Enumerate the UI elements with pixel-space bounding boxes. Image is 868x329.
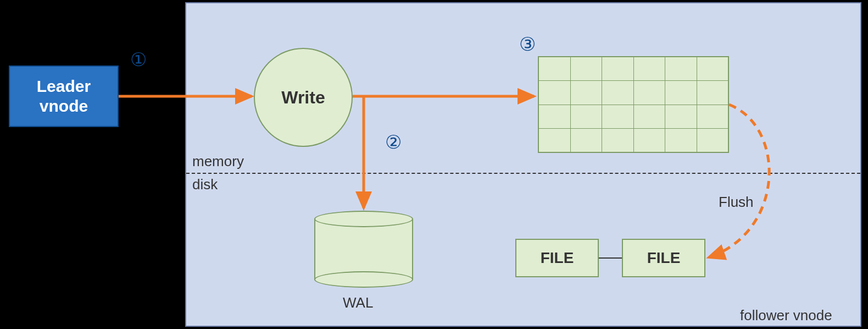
table-row bbox=[539, 80, 728, 104]
disk-label: disk bbox=[192, 176, 218, 193]
cylinder-top bbox=[314, 211, 413, 227]
table-row bbox=[539, 105, 728, 128]
file-label: FILE bbox=[647, 249, 681, 267]
cylinder-body bbox=[314, 219, 413, 279]
table-row bbox=[539, 128, 728, 152]
write-node: Write bbox=[254, 48, 353, 147]
memory-disk-divider bbox=[186, 173, 860, 174]
table-row bbox=[539, 57, 728, 80]
follower-vnode-label: follower vnode bbox=[740, 307, 832, 324]
memory-grid bbox=[538, 56, 729, 153]
file-box-2: FILE bbox=[622, 239, 705, 277]
wal-cylinder bbox=[314, 211, 413, 288]
cylinder-bottom bbox=[314, 271, 413, 288]
wal-label: WAL bbox=[343, 294, 373, 311]
step-1-badge: ① bbox=[130, 48, 147, 70]
write-flow-diagram: Leader vnode Write FILE FILE bbox=[0, 0, 868, 329]
memory-label: memory bbox=[192, 153, 244, 170]
file-label: FILE bbox=[541, 249, 574, 267]
leader-label: Leader vnode bbox=[37, 76, 91, 116]
flush-label: Flush bbox=[719, 194, 754, 211]
leader-vnode-box: Leader vnode bbox=[9, 65, 119, 127]
step-2-badge: ② bbox=[385, 131, 402, 153]
write-label: Write bbox=[281, 87, 325, 108]
step-3-badge: ③ bbox=[519, 33, 536, 55]
file-box-1: FILE bbox=[515, 239, 599, 277]
